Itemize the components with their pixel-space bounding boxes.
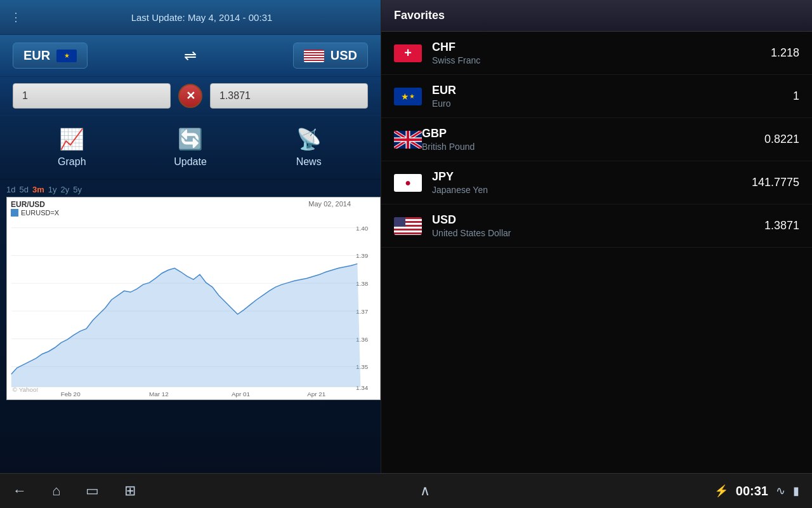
chart-container: EUR/USD May 02, 2014 EURUSD=X 1.40 1.39 …: [6, 197, 381, 400]
filter-1y[interactable]: 1y: [48, 185, 57, 194]
to-currency-flag: [304, 50, 324, 62]
fav-info-jpy: JPY Japanese Yen: [432, 170, 752, 195]
svg-text:© Yahoo!: © Yahoo!: [13, 386, 39, 393]
graph-label: Graph: [58, 156, 86, 168]
filter-3m[interactable]: 3m: [32, 185, 44, 194]
wifi-icon: ∿: [776, 484, 785, 498]
flag-ch: [394, 44, 422, 62]
favorites-title: Favorites: [394, 9, 445, 22]
fav-info-gbp: GBP British Pound: [422, 127, 764, 152]
update-label: Update: [174, 156, 207, 168]
usb-icon: ⚡: [714, 484, 728, 498]
home-button[interactable]: ⌂: [52, 483, 60, 499]
fav-info-usd: USD United States Dollar: [432, 213, 764, 238]
favorites-header: Favorites: [381, 0, 812, 32]
battery-icon: ▮: [793, 484, 799, 498]
action-buttons-row: 📈 Graph 🔄 Update 📡 News: [0, 116, 381, 180]
chart-svg: 1.40 1.39 1.38 1.37 1.36 1.35 1.34: [7, 197, 380, 399]
left-panel: ⋮ Last Update: May 4, 2014 - 00:31 EUR ⇌…: [0, 0, 381, 473]
last-update-label: Last Update: May 4, 2014 - 00:31: [33, 12, 370, 23]
filter-1d[interactable]: 1d: [6, 185, 15, 194]
app-header: ⋮ Last Update: May 4, 2014 - 00:31: [0, 0, 381, 35]
favorite-item-chf[interactable]: CHF Swiss Franc 1.218: [381, 32, 812, 75]
to-currency-box[interactable]: USD: [293, 43, 368, 69]
filter-5d[interactable]: 5d: [19, 185, 28, 194]
recents-button[interactable]: ▭: [86, 483, 99, 499]
time-filter-row: 1d 5d 3m 1y 2y 5y: [6, 185, 374, 194]
svg-text:Apr 21: Apr 21: [307, 391, 326, 398]
news-button[interactable]: 📡 News: [271, 127, 347, 168]
favorites-list: CHF Swiss Franc 1.218 ★ EUR Euro 1: [381, 32, 812, 473]
nav-center-button[interactable]: ∧: [420, 483, 430, 499]
news-icon: 📡: [296, 127, 322, 151]
svg-text:1.40: 1.40: [356, 225, 369, 232]
nav-right-status: ⚡ 00:31 ∿ ▮: [714, 484, 799, 498]
nav-left-buttons: ← ⌂ ▭ ⊞: [13, 483, 136, 499]
nav-bar: ← ⌂ ▭ ⊞ ∧ ⚡ 00:31 ∿ ▮: [0, 473, 812, 508]
fav-code-gbp: GBP: [422, 127, 764, 140]
back-button[interactable]: ←: [13, 483, 27, 499]
svg-text:Apr 01: Apr 01: [232, 391, 251, 398]
menu-dots-icon[interactable]: ⋮: [10, 10, 23, 24]
from-amount-input[interactable]: [13, 83, 171, 109]
update-icon: 🔄: [178, 127, 203, 151]
from-currency-box[interactable]: EUR: [13, 43, 88, 69]
fav-rate-gbp: 0.8221: [764, 133, 799, 146]
right-panel: Favorites CHF Swiss Franc 1.218 ★ EUR Eu…: [381, 0, 812, 473]
flag-gb: [394, 131, 422, 149]
to-currency-code: USD: [331, 48, 357, 63]
favorite-item-gbp[interactable]: GBP British Pound 0.8221: [381, 118, 812, 161]
fav-rate-chf: 1.218: [771, 46, 799, 60]
flag-us-fav: [394, 217, 422, 235]
fav-code-usd: USD: [432, 213, 764, 227]
filter-2y[interactable]: 2y: [60, 185, 69, 194]
clock-display: 00:31: [736, 484, 768, 498]
svg-text:1.39: 1.39: [356, 252, 369, 259]
favorite-item-usd[interactable]: USD United States Dollar 1.3871: [381, 204, 812, 248]
fav-rate-usd: 1.3871: [764, 219, 799, 232]
graph-button[interactable]: 📈 Graph: [34, 127, 110, 168]
fav-name-eur: Euro: [432, 98, 793, 109]
flag-eu-fav: ★: [394, 88, 422, 105]
input-row: ✕: [0, 77, 381, 116]
fav-name-chf: Swiss Franc: [432, 55, 771, 65]
currency-selector: EUR ⇌ USD: [0, 35, 381, 77]
fav-name-jpy: Japanese Yen: [432, 185, 752, 195]
fav-rate-eur: 1: [793, 90, 799, 103]
favorite-item-eur[interactable]: ★ EUR Euro 1: [381, 75, 812, 118]
news-label: News: [296, 156, 322, 168]
fav-name-usd: United States Dollar: [432, 228, 764, 238]
graph-icon: 📈: [59, 127, 84, 151]
fav-rate-jpy: 141.7775: [752, 176, 799, 189]
from-currency-flag: [56, 50, 77, 62]
clear-button[interactable]: ✕: [178, 84, 202, 108]
favorite-item-jpy[interactable]: JPY Japanese Yen 141.7775: [381, 161, 812, 204]
flag-jp: [394, 174, 422, 192]
fav-code-eur: EUR: [432, 84, 793, 97]
swap-button[interactable]: ⇌: [88, 47, 293, 65]
chart-area: 1d 5d 3m 1y 2y 5y EUR/USD May 02, 2014 E…: [0, 180, 381, 473]
svg-text:Feb 20: Feb 20: [61, 391, 81, 398]
fav-info-eur: EUR Euro: [432, 84, 793, 109]
to-amount-input[interactable]: [210, 83, 368, 109]
qr-button[interactable]: ⊞: [124, 483, 136, 499]
update-button[interactable]: 🔄 Update: [152, 127, 228, 168]
filter-5y[interactable]: 5y: [73, 185, 82, 194]
from-currency-code: EUR: [23, 48, 50, 63]
fav-code-chf: CHF: [432, 41, 771, 54]
fav-info-chf: CHF Swiss Franc: [432, 41, 771, 65]
fav-code-jpy: JPY: [432, 170, 752, 184]
fav-name-gbp: British Pound: [422, 142, 764, 152]
svg-text:Mar 12: Mar 12: [149, 391, 169, 398]
